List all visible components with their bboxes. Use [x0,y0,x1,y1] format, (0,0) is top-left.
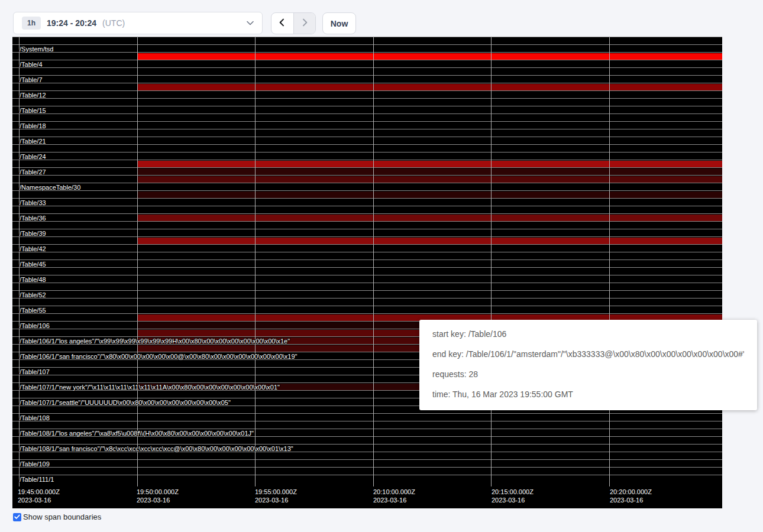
time-nav-group [271,12,316,34]
tick-time: 20:20:00.000Z [610,488,652,496]
heatmap-row-label: /Table/109 [20,460,50,468]
tick-date: 2023-03-16 [255,496,297,504]
heatmap-row[interactable] [12,222,722,229]
heatmap-row[interactable] [12,129,722,137]
heatmap-row-label: /Table/55 [20,306,46,314]
heatmap-row[interactable] [12,229,722,237]
heatmap-row[interactable] [12,137,722,145]
time-axis-tick: 19:45:00.000Z2023-03-16 [18,488,60,504]
footer-controls: Show span boundaries [13,512,101,521]
heatmap-row[interactable] [12,76,722,83]
heatmap-row[interactable] [12,268,722,275]
heatmap-row[interactable] [12,252,722,260]
heatmap-row[interactable] [12,306,722,314]
heatmap-row[interactable] [12,60,722,68]
heatmap-row[interactable] [12,37,722,45]
heatmap-band[interactable] [137,176,722,183]
heatmap-row[interactable] [12,106,722,114]
heatmap-row-label: /Table/15 [20,106,46,114]
heatmap-row[interactable] [12,68,722,76]
tick-time: 20:10:00.000Z [373,488,415,496]
heatmap-row[interactable] [12,114,722,122]
heatmap-row-label: /Table/107/1/"seattle"/"UUUUUUD\x00\x80\… [20,398,231,406]
heatmap-band[interactable] [137,161,722,167]
tick-time: 20:15:00.000Z [492,488,534,496]
heatmap-band[interactable] [137,53,722,60]
heatmap-band[interactable] [137,84,722,90]
heatmap-row[interactable] [12,299,722,306]
heatmap-row[interactable] [12,283,722,291]
heatmap-row[interactable] [12,468,722,475]
heatmap-row[interactable] [12,414,722,421]
time-axis-tick: 20:15:00.000Z2023-03-16 [492,488,534,504]
heatmap-row-label: /Table/24 [20,153,46,160]
heatmap-row-label: /Table/106 [20,322,50,329]
heatmap-row-label: /Table/45 [20,260,46,268]
heatmap-row[interactable] [12,145,722,153]
heatmap-row-label: /Table/33 [20,199,46,206]
heatmap-row[interactable] [12,437,722,445]
heatmap-row-label: /Table/4 [20,60,43,68]
tick-time: 19:55:00.000Z [255,488,297,496]
heatmap-row[interactable] [12,206,722,214]
key-visualizer-heatmap[interactable]: /System/tsd/Table/4/Table/7/Table/12/Tab… [12,37,722,508]
heatmap-row-label: /Table/48 [20,275,46,283]
time-axis: 19:45:00.000Z2023-03-1619:50:00.000Z2023… [12,482,722,508]
tick-time: 19:50:00.000Z [137,488,179,496]
heatmap-row[interactable] [12,460,722,468]
heatmap-row[interactable] [12,45,722,53]
heatmap-row-label: /System/tsd [20,45,53,53]
heatmap-canvas[interactable]: /System/tsd/Table/4/Table/7/Table/12/Tab… [12,37,722,482]
next-time-button[interactable] [293,13,316,34]
heatmap-row-label: /Table/106/1/"san francisco"/"\x80\x00\x… [20,352,298,360]
range-timezone: (UTC) [102,18,125,28]
heatmap-row-label: /Table/111/1 [20,475,54,483]
tick-date: 2023-03-16 [137,496,179,504]
heatmap-row[interactable] [12,452,722,460]
chevron-left-icon [277,18,287,30]
heatmap-row-label: /Table/42 [20,245,46,252]
heatmap-row[interactable] [12,199,722,206]
tick-date: 2023-03-16 [610,496,652,504]
heatmap-band[interactable] [137,238,722,244]
heatmap-row[interactable] [12,245,722,252]
heatmap-row-label: /NamespaceTable/30 [20,183,80,191]
heatmap-row[interactable] [12,291,722,299]
heatmap-row[interactable] [12,91,722,99]
heatmap-row[interactable] [12,275,722,283]
heatmap-row[interactable] [12,421,722,429]
heatmap-band[interactable] [137,192,722,198]
heatmap-row-label: /Table/107/1/"new york"/"\x11\x11\x11\x1… [20,383,280,391]
time-gridline [491,37,492,486]
heatmap-row-label: /Table/108/1/"san francisco"/"\x8c\xcc\x… [20,445,293,452]
heatmap-row-label: /Table/108 [20,414,50,421]
now-button[interactable]: Now [322,12,356,34]
heatmap-row[interactable] [12,99,722,106]
prev-time-button[interactable] [271,13,293,34]
time-gridline [609,37,610,486]
key-visualizer-page: 1h 19:24 - 20:24 (UTC) Now /System/tsd/T… [0,0,763,532]
tick-time: 19:45:00.000Z [18,488,60,496]
heatmap-row-label: /Table/12 [20,91,46,99]
heatmap-row[interactable] [12,183,722,191]
heatmap-band[interactable] [137,168,722,175]
heatmap-row-label: /Table/36 [20,214,46,222]
heatmap-row-label: /Table/106/1/"los angeles"/"\x99\x99\x99… [20,337,290,345]
heatmap-row[interactable] [12,260,722,268]
heatmap-row-label: /Table/52 [20,291,46,299]
heatmap-row[interactable] [12,122,722,129]
heatmap-row-label: /Table/7 [20,76,43,83]
span-tooltip: start key: /Table/106 end key: /Table/10… [419,320,757,410]
heatmap-band[interactable] [137,215,722,221]
heatmap-row-label: /Table/108/1/"los angeles"/"\xa8\xf5\u00… [20,429,254,437]
heatmap-row[interactable] [12,153,722,160]
tooltip-requests: requests: 28 [432,368,744,381]
show-span-boundaries-checkbox[interactable] [13,513,21,521]
heatmap-row-label: /Table/39 [20,229,46,237]
range-text: 19:24 - 20:24 [47,18,96,28]
time-gridline [255,37,256,486]
time-range-select[interactable]: 1h 19:24 - 20:24 (UTC) [13,12,263,34]
tooltip-end-key: end key: /Table/106/1/"amsterdam"/"\xb33… [432,348,744,361]
time-axis-tick: 20:10:00.000Z2023-03-16 [373,488,415,504]
chevron-right-icon [300,18,309,30]
